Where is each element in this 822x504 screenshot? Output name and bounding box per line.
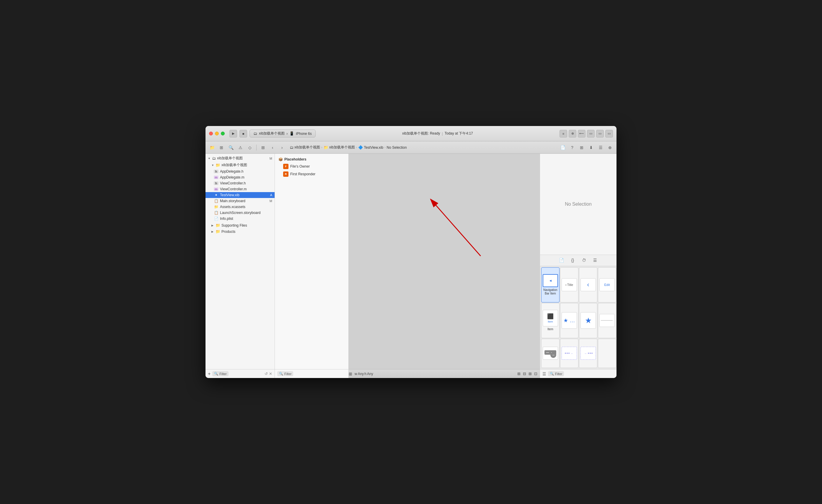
file-inspector-tab[interactable]: 📄 [556,256,567,264]
sidebar-item-label-main-storyboard: Main.storyboard [220,199,245,203]
sidebar-item-label-testview-xib: TestView.xib [220,193,240,197]
breadcrumb-sep-1: › [321,146,322,149]
right-footer: ☰ 🔍 Filter [540,369,616,378]
zoom-button[interactable] [221,132,225,135]
help-btn[interactable]: ? [568,143,576,152]
placeholders-icon: 📦 [279,157,283,161]
no-selection-text: No Selection [565,202,592,207]
breadcrumb-item-3[interactable]: 🔷 TestView.xib [358,145,383,150]
breadcrumb-item-2[interactable]: 📁 xib加载单个视图 [324,145,355,150]
canvas-toggle-icon[interactable]: ⊞ [349,372,352,376]
xib-item-first-responder[interactable]: R First Responder [275,170,348,178]
back-nav-btn[interactable]: ‹ [269,143,277,152]
dot-1 [565,353,566,354]
sidebar-root-label: xib加载单个视图 [217,156,243,161]
star-dots-icon: ★ … [563,317,575,324]
sidebar-item-infoplist[interactable]: 📄 Info.plist [206,216,275,222]
add-file-button[interactable]: + [208,371,211,377]
download-btn[interactable]: ⬇ [587,143,595,152]
sidebar-item-appdelegate-h[interactable]: h AppDelegate.h [206,168,275,174]
lib-item-title[interactable]: ‹ Title [560,267,578,302]
timeline-inspector-tab[interactable]: ⏱ [579,256,589,264]
debug-area-btn[interactable]: ⊕ [606,143,614,152]
xib-section-label: 📦 Placeholders [275,156,348,163]
lib-item-spacer-right[interactable]: ← [579,339,597,368]
lib-item-plain-nav[interactable] [598,303,616,338]
sidebar-group-supporting[interactable]: ▶ 📁 Supporting Files [206,222,275,228]
lib-item-star-dots[interactable]: ★ … [560,303,578,338]
breadcrumb-item-1[interactable]: 🗂 xib加载单个视图 [290,145,320,150]
objects-btn[interactable]: ⊞ [577,143,586,152]
warning-btn[interactable]: ⚠ [236,143,245,152]
sidebar-item-appdelegate-m[interactable]: m AppDelegate.m [206,174,275,180]
sidebar-filter-placeholder: Filter [220,372,227,376]
right-filter-input[interactable]: 🔍 Filter [548,371,564,376]
sidebar-item-testview-xib[interactable]: ✦ TestView.xib A [206,192,275,198]
debug-toggle-btn[interactable]: ▭ [596,130,604,138]
css-inspector-tab[interactable]: {} [567,256,578,264]
first-responder-icon: R [283,171,289,177]
search-btn[interactable]: 🔍 [227,143,235,152]
sidebar-group-header-sub[interactable]: ▼ 📁 xib加载单个视图 [206,162,275,168]
canvas-size-btn-3[interactable]: ⊞ [528,372,532,376]
m-file-icon-1: m [214,176,219,179]
sidebar-filter-input[interactable]: 🔍 Filter [212,371,228,376]
sidebar-item-viewcontroller-h[interactable]: h ViewController.h [206,180,275,186]
sidebar-item-assets[interactable]: 📁 Assets.xcassets [206,204,275,210]
lib-item-star-blue[interactable]: ★ [579,303,597,338]
sidebar: ▼ 🗂 xib加载单个视图 M ▼ 📁 xib加载单个视图 h [206,154,275,378]
nav-back-btn[interactable]: ⟵ [578,130,585,138]
breadcrumb-item-4: No Selection [387,145,407,150]
xib-filter-input[interactable]: 🔍 Filter [277,371,293,376]
sidebar-item-main-storyboard[interactable]: 📋 Main.storyboard M [206,198,275,204]
tab-star-blue-icon: ★ [580,312,596,329]
forward-nav-btn[interactable]: › [278,143,286,152]
run-button[interactable]: ▶ [230,130,237,138]
stop-button[interactable]: ■ [240,130,247,138]
sidebar-group-header-root[interactable]: ▼ 🗂 xib加载单个视图 M [206,155,275,162]
main-window: ▶ ■ 🗂 xib加载单个视图 › 📱 iPhone 6s xib加载单个视图:… [206,126,616,378]
sidebar-item-viewcontroller-m[interactable]: m ViewController.m [206,186,275,192]
lib-item-edit[interactable]: Edit [598,267,616,302]
sidebar-item-label-infoplist: Info.plist [220,217,233,221]
inspector-toggle-btn[interactable]: ▭ [587,130,595,138]
diamond-btn[interactable]: ◇ [246,143,254,152]
lib-item-spacer-left[interactable]: → [560,339,578,368]
xib-filter-placeholder: Filter [284,372,292,376]
nav-back-icon: ‹ [580,278,596,291]
breadcrumb: 🗂 xib加载单个视图 › 📁 xib加载单个视图 › 🔷 TestView.x… [287,145,557,150]
file-inspector-btn[interactable]: 📄 [559,143,567,152]
testview-badge: A [270,193,272,197]
lib-item-back[interactable]: ‹ [579,267,597,302]
library-btn[interactable]: ☰ [596,143,605,152]
minimize-button[interactable] [215,132,219,135]
view-toggle-btn-1[interactable]: ≡ [559,130,567,138]
share-button[interactable]: ⊕ [569,130,576,138]
dot-2 [566,353,568,354]
canvas-size-btn-4[interactable]: ⊡ [534,372,537,376]
close-button[interactable] [209,132,213,135]
toolbar-separator-1 [256,145,257,150]
folder-btn[interactable]: 📁 [208,143,216,152]
canvas-size-btn-2[interactable]: ⊟ [523,372,526,376]
h-label: h [364,372,366,376]
folder-icon-supporting: 📁 [216,223,220,228]
project-tab[interactable]: 🗂 xib加载单个视图 › 📱 iPhone 6s [250,130,316,138]
device-label: iPhone 6s [296,132,312,136]
lib-item-tab-item[interactable]: ⬛ Item Item [541,303,559,338]
xib-item-label-files-owner: File's Owner [290,164,310,168]
placeholders-label: Placeholders [284,157,307,161]
edit-btn[interactable]: ⊞ [217,143,226,152]
library-inspector-tab[interactable]: ☰ [590,256,600,264]
lib-item-badge-minus[interactable]: — — − [541,339,559,368]
xib-file-icon: ✦ [214,193,219,197]
lib-item-nav-bar-item[interactable]: ◀ NavigationBar Item [541,267,559,302]
sidebar-group-products[interactable]: ▶ 📁 Products [206,228,275,235]
sidebar-item-launchscreen[interactable]: 📋 LaunchScreen.storyboard [206,210,275,216]
grid-btn[interactable]: ⊞ [259,143,267,152]
canvas-size-btn-1[interactable]: ⊞ [517,372,520,376]
canvas-footer: ⊞ w Any h Any ⊞ ⊟ ⊞ ⊡ [349,369,540,378]
tab-star-dots-icon: ★ … [561,312,577,329]
xib-item-files-owner[interactable]: F File's Owner [275,163,348,170]
utility-toggle-btn[interactable]: ▭ [605,130,613,138]
